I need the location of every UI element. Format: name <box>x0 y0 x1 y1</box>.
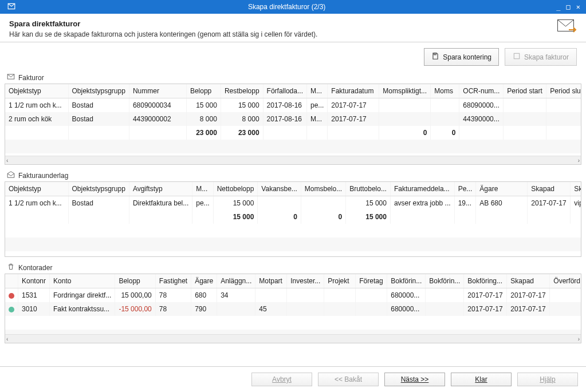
col-avgiftstyp[interactable]: Avgiftstyp <box>129 182 192 196</box>
col-pe[interactable]: Pe... <box>454 182 476 196</box>
table-row[interactable]: 3010Fakt kontraktssu...-15 000,007879045… <box>5 302 581 316</box>
envelope-open-icon <box>7 171 15 180</box>
col-bruttobelo[interactable]: Bruttobelo... <box>346 182 391 196</box>
footer: Avbryt << Bakåt Nästa >> Klar Hjälp <box>0 366 586 392</box>
col-nettobelopp[interactable]: Nettobelopp <box>213 182 258 196</box>
col-objektstyp[interactable]: Objektstyp <box>5 84 68 98</box>
page-title: Spara direktfakturor <box>9 19 577 28</box>
section-kontorader-label: Kontorader <box>18 264 52 272</box>
mail-step-icon <box>557 19 577 36</box>
section-fakturor: Fakturor Objektstyp Obje <box>5 72 581 165</box>
col-belopp3[interactable]: Belopp <box>115 274 155 288</box>
envelope-icon <box>7 73 15 82</box>
header: Spara direktfakturor Här kan du se de sk… <box>0 14 586 42</box>
status-bullet <box>9 307 14 312</box>
action-bar: Spara kontering Skapa fakturor <box>0 42 586 72</box>
col-period-slut[interactable]: Period slut <box>546 84 581 98</box>
svg-rect-1 <box>434 53 436 55</box>
col-restbelopp[interactable]: Restbelopp <box>221 84 263 98</box>
kontorader-scrollbar[interactable]: ‹› <box>5 334 581 343</box>
col-momspliktigt[interactable]: Momspliktigt... <box>379 84 431 98</box>
fakturaunderlag-table[interactable]: Objektstyp Objektstypsgrupp Avgiftstyp M… <box>5 182 581 256</box>
section-fakturor-label: Fakturor <box>18 74 44 82</box>
col-period-start[interactable]: Period start <box>504 84 546 98</box>
fakturor-scrollbar[interactable]: ‹› <box>5 156 581 164</box>
section-fakturaunderlag: Fakturaunderlag Objektstyp Objektstypsg <box>5 169 581 257</box>
invoices-icon <box>513 52 521 62</box>
col-forfalloda[interactable]: Förfalloda... <box>263 84 306 98</box>
col-fakturameddela[interactable]: Fakturameddela... <box>390 182 454 196</box>
col-bokforing2[interactable]: Bokförin... <box>426 274 464 288</box>
fakturor-table[interactable]: Objektstyp Objektstypsgrupp Nummer Belop… <box>5 84 581 156</box>
col-agare2[interactable]: Ägare <box>476 182 528 196</box>
trash-icon <box>7 263 15 272</box>
col-foretag[interactable]: Företag <box>356 274 387 288</box>
col-motpart[interactable]: Motpart <box>255 274 287 288</box>
col-moms[interactable]: Moms <box>431 84 459 98</box>
col-nummer[interactable]: Nummer <box>129 84 186 98</box>
svg-rect-2 <box>514 53 519 58</box>
table-row[interactable]: 1 1/2 rum och k...Bostad680900003415 000… <box>5 98 581 113</box>
table-row[interactable]: 1 1/2 rum och k...BostadDirektfaktura be… <box>5 196 581 211</box>
save-kontering-button[interactable]: Spara kontering <box>424 48 499 66</box>
back-button[interactable]: << Bakåt <box>318 373 379 386</box>
col-m[interactable]: M... <box>306 84 327 98</box>
col-m2[interactable]: M... <box>192 182 213 196</box>
help-button[interactable]: Hjälp <box>517 373 578 386</box>
titlebar: Skapa direktfakturor (2/3) _ □ ✕ <box>0 0 586 14</box>
table-row[interactable]: 1531Fordringar direktf...15 000,00786803… <box>5 288 581 303</box>
window: Skapa direktfakturor (2/3) _ □ ✕ Spara d… <box>0 0 586 392</box>
col-bokforing1[interactable]: Bokförin... <box>387 274 426 288</box>
next-button[interactable]: Nästa >> <box>384 373 445 386</box>
col-skapad[interactable]: Skapad <box>528 182 571 196</box>
minimize-button[interactable]: _ <box>556 3 560 11</box>
col-ocr[interactable]: OCR-num... <box>459 84 504 98</box>
cancel-button[interactable]: Avbryt <box>251 373 312 386</box>
done-button[interactable]: Klar <box>451 373 512 386</box>
create-invoices-button[interactable]: Skapa fakturor <box>505 48 577 66</box>
col-bokforing3[interactable]: Bokföring... <box>464 274 507 288</box>
create-invoices-label: Skapa fakturor <box>524 53 569 61</box>
save-icon <box>431 52 439 62</box>
col-momsbelo[interactable]: Momsbelo... <box>301 182 345 196</box>
col-fastighet[interactable]: Fastighet <box>155 274 191 288</box>
col-projekt[interactable]: Projekt <box>324 274 356 288</box>
save-kontering-label: Spara kontering <box>443 53 491 61</box>
close-button[interactable]: ✕ <box>576 3 580 11</box>
col-anlaggn[interactable]: Anläggn... <box>217 274 255 288</box>
col-fakturadatum[interactable]: Fakturadatum <box>328 84 379 98</box>
col-vakansbe[interactable]: Vakansbe... <box>258 182 301 196</box>
kontorader-table[interactable]: Kontonr Konto Belopp Fastighet Ägare Anl… <box>5 274 581 334</box>
col-objektstyp2[interactable]: Objektstyp <box>5 182 68 196</box>
col-konto[interactable]: Konto <box>50 274 115 288</box>
col-agare3[interactable]: Ägare <box>191 274 217 288</box>
table-row[interactable]: 2 rum och kökBostad44390000028 0008 0002… <box>5 112 581 126</box>
col-belopp[interactable]: Belopp <box>186 84 221 98</box>
status-bullet <box>9 293 14 299</box>
col-skapad-av[interactable]: Skapad av <box>571 182 581 196</box>
col-objektstypsgrupp[interactable]: Objektstypsgrupp <box>68 84 129 98</box>
titlebar-app-icon <box>7 2 15 12</box>
col-objektstypsgrupp2[interactable]: Objektstypsgrupp <box>68 182 129 196</box>
page-subtitle: Här kan du se de skapade fakturorna och … <box>9 30 577 38</box>
section-kontorader: Kontorader <box>5 262 581 362</box>
col-skapad3[interactable]: Skapad <box>507 274 550 288</box>
section-fakturaunderlag-label: Fakturaunderlag <box>18 172 68 180</box>
col-invester[interactable]: Invester... <box>287 274 324 288</box>
col-overford[interactable]: Överförd <box>550 274 581 288</box>
maximize-button[interactable]: □ <box>567 3 571 11</box>
col-kontonr[interactable]: Kontonr <box>18 274 50 288</box>
window-title: Skapa direktfakturor (2/3) <box>23 3 550 11</box>
